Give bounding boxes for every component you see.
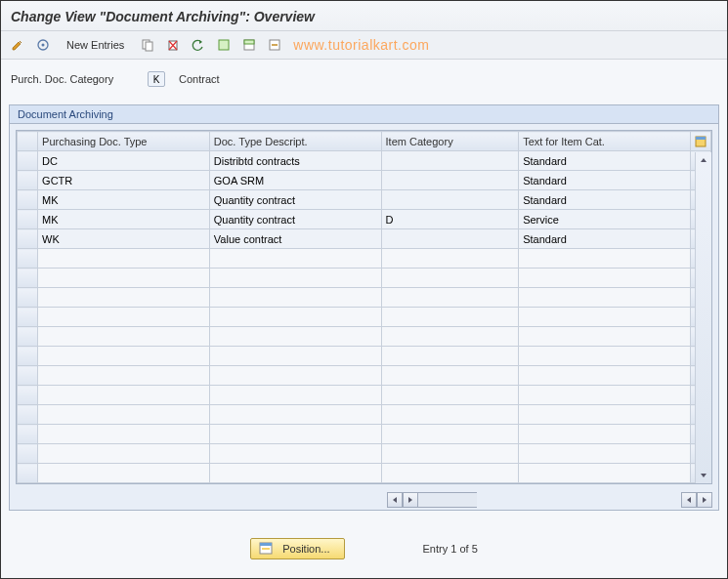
row-selector[interactable]: [18, 405, 38, 425]
cell-empty[interactable]: [209, 269, 381, 288]
col-header-descript[interactable]: Doc. Type Descript.: [209, 132, 381, 151]
cell-item-text[interactable]: Standard: [519, 229, 691, 249]
cell-doc-type[interactable]: DC: [38, 151, 210, 171]
deselect-all-icon[interactable]: [264, 35, 285, 55]
new-entries-button[interactable]: New Entries: [58, 36, 133, 54]
row-selector[interactable]: [18, 151, 38, 171]
row-selector[interactable]: [18, 229, 38, 249]
cell-empty[interactable]: [381, 405, 519, 425]
table-row-empty[interactable]: [18, 249, 711, 269]
cell-item-text[interactable]: Standard: [519, 171, 691, 190]
cell-empty[interactable]: [381, 366, 519, 386]
table-row-empty[interactable]: [18, 366, 711, 386]
cell-empty[interactable]: [209, 464, 381, 483]
row-selector[interactable]: [18, 425, 38, 444]
row-selector[interactable]: [18, 366, 38, 386]
table-row[interactable]: MKQuantity contractStandard: [18, 190, 711, 210]
col-header-doc-type[interactable]: Purchasing Doc. Type: [38, 132, 210, 151]
cell-item-cat[interactable]: [381, 190, 519, 210]
table-settings-icon[interactable]: [695, 136, 707, 147]
cell-item-text[interactable]: Service: [519, 210, 691, 229]
row-selector[interactable]: [18, 190, 38, 210]
scroll-left-icon[interactable]: [387, 492, 403, 508]
cell-empty[interactable]: [38, 425, 210, 444]
select-all-icon[interactable]: [213, 35, 235, 55]
table-row-empty[interactable]: [18, 405, 711, 425]
cell-item-text[interactable]: Standard: [519, 190, 691, 210]
scroll-down-icon[interactable]: [696, 468, 711, 483]
cell-empty[interactable]: [381, 347, 519, 366]
select-block-icon[interactable]: [238, 35, 260, 55]
horizontal-scrollbar-left[interactable]: [387, 492, 477, 508]
cell-empty[interactable]: [38, 288, 210, 308]
cell-empty[interactable]: [381, 464, 519, 483]
cell-doc-type[interactable]: MK: [38, 190, 210, 210]
scroll-track[interactable]: [418, 492, 477, 508]
table-row-empty[interactable]: [18, 288, 711, 308]
col-header-item-text[interactable]: Text for Item Cat.: [519, 132, 691, 151]
table-row-empty[interactable]: [18, 425, 711, 444]
cell-empty[interactable]: [519, 347, 691, 366]
cell-item-cat[interactable]: [381, 171, 519, 190]
cell-empty[interactable]: [38, 464, 210, 483]
row-selector[interactable]: [18, 327, 38, 347]
table-row-empty[interactable]: [18, 386, 711, 405]
table-row[interactable]: MKQuantity contractDService: [18, 210, 711, 229]
cell-empty[interactable]: [381, 269, 519, 288]
cell-descript[interactable]: Quantity contract: [209, 190, 381, 210]
table-row[interactable]: GCTRGOA SRMStandard: [18, 171, 711, 190]
cell-empty[interactable]: [519, 269, 691, 288]
cell-empty[interactable]: [519, 288, 691, 308]
cell-empty[interactable]: [519, 464, 691, 483]
cell-item-cat[interactable]: [381, 151, 519, 171]
scroll-left-icon[interactable]: [681, 492, 697, 508]
table-row[interactable]: WKValue contractStandard: [18, 229, 711, 249]
cell-descript[interactable]: GOA SRM: [209, 171, 381, 190]
cell-empty[interactable]: [38, 308, 210, 327]
table-row-empty[interactable]: [18, 464, 711, 483]
row-selector[interactable]: [18, 444, 38, 464]
row-selector-header[interactable]: [18, 132, 38, 151]
other-view-icon[interactable]: [32, 35, 54, 55]
table-row-empty[interactable]: [18, 269, 711, 288]
cell-empty[interactable]: [38, 366, 210, 386]
delete-icon[interactable]: [162, 35, 184, 55]
cell-empty[interactable]: [209, 288, 381, 308]
row-selector[interactable]: [18, 269, 38, 288]
position-button[interactable]: Position...: [250, 538, 344, 559]
table-row-empty[interactable]: [18, 347, 711, 366]
table-row-empty[interactable]: [18, 308, 711, 327]
cell-empty[interactable]: [381, 249, 519, 269]
vertical-scrollbar[interactable]: [695, 152, 711, 483]
row-selector[interactable]: [18, 308, 38, 327]
cell-empty[interactable]: [381, 308, 519, 327]
undo-icon[interactable]: [188, 35, 209, 55]
cell-empty[interactable]: [209, 366, 381, 386]
cell-empty[interactable]: [38, 347, 210, 366]
cell-empty[interactable]: [519, 249, 691, 269]
cell-empty[interactable]: [38, 269, 210, 288]
cell-empty[interactable]: [38, 249, 210, 269]
row-selector[interactable]: [18, 347, 38, 366]
cell-empty[interactable]: [381, 288, 519, 308]
table-row[interactable]: DCDistribtd contractsStandard: [18, 151, 711, 171]
cell-empty[interactable]: [519, 308, 691, 327]
row-selector[interactable]: [18, 288, 38, 308]
horizontal-scrollbar-right[interactable]: [681, 492, 712, 508]
cell-empty[interactable]: [381, 327, 519, 347]
cell-empty[interactable]: [38, 386, 210, 405]
cell-descript[interactable]: Value contract: [209, 229, 381, 249]
cell-empty[interactable]: [381, 425, 519, 444]
cell-descript[interactable]: Distribtd contracts: [209, 151, 381, 171]
cell-item-cat[interactable]: D: [381, 210, 519, 229]
cell-doc-type[interactable]: WK: [38, 229, 210, 249]
cell-doc-type[interactable]: MK: [38, 210, 210, 229]
cell-empty[interactable]: [381, 386, 519, 405]
cell-empty[interactable]: [209, 327, 381, 347]
row-selector[interactable]: [18, 171, 38, 190]
copy-as-icon[interactable]: [137, 35, 158, 55]
scroll-right-icon[interactable]: [403, 492, 418, 508]
cell-empty[interactable]: [209, 308, 381, 327]
toggle-display-change-icon[interactable]: [7, 35, 28, 55]
cell-empty[interactable]: [381, 444, 519, 464]
